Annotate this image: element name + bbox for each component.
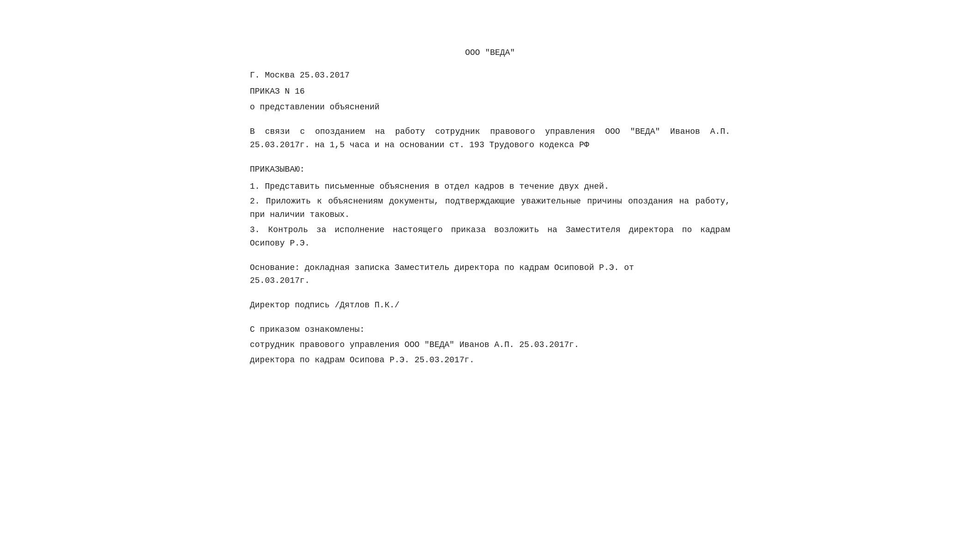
acquaintance-item-2: директора по кадрам Осипова Р.Э. 25.03.2… (250, 353, 730, 367)
acquaintance-section: С приказом ознакомлены: сотрудник правов… (250, 323, 730, 366)
basis-line2: 25.03.2017г. (250, 274, 730, 287)
order-item-2: 2. Приложить к объяснениям документы, по… (250, 195, 730, 222)
acquaintance-item-1: сотрудник правового управления ООО "ВЕДА… (250, 338, 730, 352)
document-header: Г. Москва 25.03.2017 ПРИКАЗ N 16 о предс… (250, 69, 730, 114)
orders-title: ПРИКАЗЫВАЮ: (250, 163, 730, 176)
order-item-3: 3. Контроль за исполнение настоящего при… (250, 223, 730, 250)
signature: Директор подпись /Дятлов П.К./ (250, 299, 730, 312)
basis-line1: Основание: докладная записка Заместитель… (250, 261, 730, 275)
basis-section: Основание: докладная записка Заместитель… (250, 261, 730, 288)
preamble: В связи с опозданием на работу сотрудник… (250, 125, 730, 152)
document-title: ООО "ВЕДА" (250, 46, 730, 60)
city-date: Г. Москва 25.03.2017 (250, 69, 730, 82)
order-subject: о представлении объяснений (250, 101, 730, 114)
orders-section: 1. Представить письменные объяснения в о… (250, 180, 730, 250)
document: ООО "ВЕДА" Г. Москва 25.03.2017 ПРИКАЗ N… (213, 18, 767, 405)
acquaintance-title: С приказом ознакомлены: (250, 323, 730, 336)
order-number: ПРИКАЗ N 16 (250, 85, 730, 98)
order-item-1: 1. Представить письменные объяснения в о… (250, 180, 730, 193)
